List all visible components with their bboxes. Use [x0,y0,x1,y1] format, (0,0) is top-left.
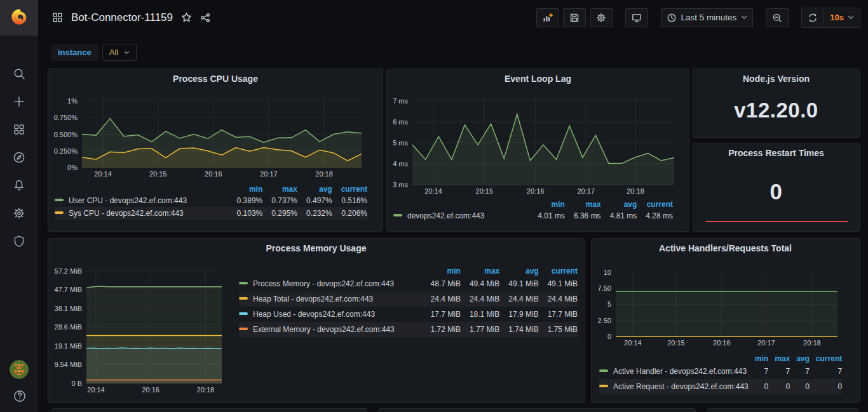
svg-text:20:14: 20:14 [424,187,442,195]
legend-row[interactable]: Heap Total - devops242.ef.com:44324.4 Mi… [239,291,578,307]
legend-row[interactable]: Active Handler - devops242.ef.com:443777… [599,364,842,379]
legend-row[interactable]: External Memory - devops242.ef.com:4431.… [239,322,578,337]
next-row-panel-top [707,408,858,412]
series-color-swatch[interactable] [599,385,608,387]
share-icon[interactable] [200,13,210,23]
svg-text:20:14: 20:14 [624,339,642,347]
series-color-swatch[interactable] [239,312,248,315]
series-color-swatch[interactable] [239,328,248,330]
series-color-swatch[interactable] [599,369,608,372]
legend-header-current[interactable]: current [539,267,578,276]
svg-text:2.50: 2.50 [598,317,611,324]
legend-stat-avg: 0 [790,379,810,394]
legend-header-avg[interactable]: avg [601,200,637,209]
panel-title[interactable]: Active Handlers/Requests Total [592,243,859,253]
legend-header-avg[interactable]: avg [297,185,332,194]
save-dashboard-button[interactable] [563,8,586,27]
refresh-interval-label: 10s [830,13,844,22]
legend-stat-avg: 1.74 MiB [499,322,538,337]
legend-stat-max: 0 [768,379,790,394]
sidebar-item-search[interactable] [13,67,25,80]
sidebar-item-server-admin[interactable] [13,235,25,248]
series-color-swatch[interactable] [239,282,248,284]
panel-process-cpu-usage: Process CPU Usage 0%0.250%0.500%0.750%1%… [48,69,383,232]
legend-header-max[interactable]: max [565,200,601,209]
legend-header-avg[interactable]: avg [499,267,538,276]
series-color-swatch[interactable] [239,297,248,300]
variable-value-dropdown[interactable]: All [102,44,137,61]
svg-text:10: 10 [604,269,611,276]
sidebar-item-dashboards[interactable] [13,123,25,136]
svg-text:20:16: 20:16 [205,170,222,178]
gear-icon [596,13,606,23]
legend-stat-max: 18.1 MiB [461,307,499,322]
legend-header-current[interactable]: current [637,200,673,209]
panel-nodejs-version: Node.js Version v12.20.0 [693,69,860,138]
sidebar-item-help[interactable] [13,389,25,402]
legend-header-min[interactable]: min [422,267,461,276]
series-color-swatch[interactable] [55,211,64,214]
chevron-down-icon [741,15,747,20]
svg-text:7.50: 7.50 [598,284,611,292]
legend-header-min[interactable]: min [529,200,565,209]
legend-row[interactable]: Process Memory - devops242.ef.com:44348.… [239,276,578,291]
legend-header-current[interactable]: current [810,354,842,364]
legend-header-avg[interactable]: avg [790,354,810,364]
cycle-view-button[interactable] [625,8,648,27]
svg-text:20:15: 20:15 [667,339,685,347]
grafana-logo[interactable] [0,0,38,36]
legend-row[interactable]: User CPU - devops242.ef.com:4430.389%0.7… [55,194,367,207]
panel-title[interactable]: Event Loop Lag [387,74,689,84]
panel-title[interactable]: Node.js Version [693,74,859,84]
panel-title[interactable]: Process Memory Usage [48,243,584,253]
user-avatar[interactable] [10,360,29,379]
legend-row[interactable]: Sys CPU - devops242.ef.com:4430.103%0.29… [55,207,367,220]
legend-stat-avg: 4.81 ms [601,209,637,222]
legend-header-max[interactable]: max [461,267,499,276]
series-color-swatch[interactable] [55,199,64,201]
svg-text:7 ms: 7 ms [393,97,408,105]
legend-row[interactable]: Heap Used - devops242.ef.com:44317.7 MiB… [239,307,578,322]
legend-header-min[interactable]: min [749,354,768,364]
main-area: Bot-Connector-11159 Last 5 minutes [38,0,868,412]
legend-row[interactable]: devops242.ef.com:4434.01 ms6.36 ms4.81 m… [393,209,673,222]
sidebar-nav [13,67,25,248]
sidebar-item-configuration[interactable] [13,207,25,220]
avatar-image [10,360,29,379]
legend-header-current[interactable]: current [332,185,367,194]
svg-text:3 ms: 3 ms [393,181,408,189]
legend-header-max[interactable]: max [768,354,790,364]
dashboard-title[interactable]: Bot-Connector-11159 [71,11,173,24]
legend-stat-avg: 0.497% [297,194,332,207]
legend-row[interactable]: Active Request - devops242.ef.com:443000… [599,379,842,394]
legend-stat-max: 49.4 MiB [461,276,499,291]
dashboard-settings-button[interactable] [590,8,613,27]
svg-text:5 ms: 5 ms [393,139,408,147]
sidebar-item-create[interactable] [13,95,25,108]
sidebar [0,0,38,412]
svg-text:20:14: 20:14 [94,170,112,178]
panel-title[interactable]: Process Restart Times [693,148,859,158]
variable-label: instance [51,44,98,61]
panel-active-handlers-requests: Active Handlers/Requests Total 02.5057.5… [591,238,860,403]
svg-text:9.54 MiB: 9.54 MiB [55,361,82,368]
sidebar-item-explore[interactable] [13,151,25,164]
legend-stat-max: 6.36 ms [565,209,601,222]
cpu-legend: minmaxavgcurrentUser CPU - devops242.ef.… [55,185,367,220]
legend-stat-current: 17.7 MiB [539,307,578,322]
time-range-picker[interactable]: Last 5 minutes [661,8,754,27]
plus-icon [13,95,25,108]
legend-header-min[interactable]: min [228,185,263,194]
sidebar-item-alerting[interactable] [13,179,25,192]
add-panel-button[interactable] [536,8,559,27]
zoom-out-button[interactable] [766,8,789,27]
series-color-swatch[interactable] [393,214,402,216]
refresh-interval-dropdown[interactable]: 10s [824,8,860,27]
svg-text:57.2 MiB: 57.2 MiB [55,267,82,275]
legend-stat-current: 1.75 MiB [539,322,578,337]
legend-header-max[interactable]: max [262,185,297,194]
legend-stat-avg: 7 [790,364,810,379]
refresh-button[interactable] [802,8,824,27]
star-icon[interactable] [181,12,192,23]
panel-title[interactable]: Process CPU Usage [48,74,383,84]
